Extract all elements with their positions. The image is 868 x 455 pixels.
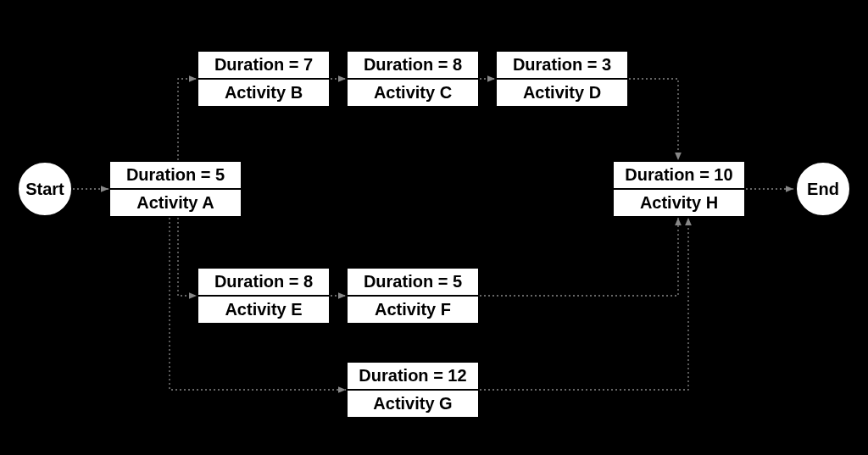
end-node: End [795,161,851,217]
activity-A-duration: Duration = 5 [110,162,241,190]
activity-node-D: Duration = 3 Activity D [495,50,629,108]
activity-B-name: Activity B [198,80,329,106]
activity-B-duration: Duration = 7 [198,52,329,80]
activity-C-name: Activity C [348,80,478,106]
activity-H-name: Activity H [614,190,744,216]
start-label: Start [25,180,64,199]
activity-node-C: Duration = 8 Activity C [346,50,480,108]
activity-node-E: Duration = 8 Activity E [197,267,331,325]
end-label: End [807,180,839,199]
activity-G-name: Activity G [348,391,478,417]
start-node: Start [17,161,73,217]
activity-G-duration: Duration = 12 [348,363,478,391]
activity-F-duration: Duration = 5 [348,269,478,297]
activity-node-G: Duration = 12 Activity G [346,361,480,419]
activity-node-F: Duration = 5 Activity F [346,267,480,325]
activity-node-A: Duration = 5 Activity A [108,160,242,218]
activity-C-duration: Duration = 8 [348,52,478,80]
activity-E-duration: Duration = 8 [198,269,329,297]
activity-D-name: Activity D [497,80,627,106]
activity-E-name: Activity E [198,297,329,323]
activity-node-B: Duration = 7 Activity B [197,50,331,108]
activity-H-duration: Duration = 10 [614,162,744,190]
activity-A-name: Activity A [110,190,241,216]
activity-F-name: Activity F [348,297,478,323]
activity-node-H: Duration = 10 Activity H [612,160,746,218]
activity-D-duration: Duration = 3 [497,52,627,80]
